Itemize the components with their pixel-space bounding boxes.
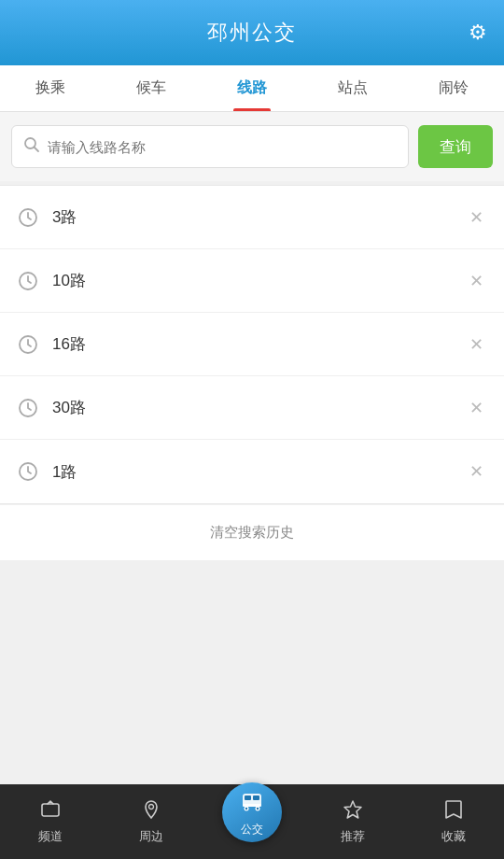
close-icon[interactable]: ✕ xyxy=(466,458,487,486)
nav-label-shoucang: 收藏 xyxy=(441,828,466,845)
history-item-label: 10路 xyxy=(52,270,466,291)
close-icon[interactable]: ✕ xyxy=(466,331,487,359)
gongjiao-circle: 公交 xyxy=(222,782,282,842)
zhoubian-icon xyxy=(142,799,161,824)
nav-item-zhoubian[interactable]: 周边 xyxy=(101,784,202,859)
clock-icon xyxy=(17,460,39,483)
clock-icon xyxy=(17,397,39,419)
nav-item-pindao[interactable]: 频道 xyxy=(0,784,101,859)
bus-icon xyxy=(239,788,265,820)
pindao-icon xyxy=(40,799,61,824)
tab-xianlu[interactable]: 线路 xyxy=(202,65,302,111)
search-box xyxy=(11,125,409,168)
svg-rect-12 xyxy=(253,796,259,800)
nav-label-tuijian: 推荐 xyxy=(341,828,365,845)
svg-rect-13 xyxy=(243,804,261,807)
nav-label-zhoubian: 周边 xyxy=(139,828,163,845)
list-item[interactable]: 10路 ✕ xyxy=(0,249,504,313)
tab-bar: 换乘 候车 线路 站点 闹铃 xyxy=(0,65,504,112)
app-header: 邳州公交 ⚙ xyxy=(0,0,504,65)
tab-naoling[interactable]: 闹铃 xyxy=(403,65,504,111)
nav-label-pindao: 频道 xyxy=(38,828,63,845)
history-item-label: 16路 xyxy=(52,333,466,355)
svg-point-16 xyxy=(245,807,247,809)
tab-zhandian[interactable]: 站点 xyxy=(302,65,403,111)
clock-icon xyxy=(17,270,39,292)
app-title: 邳州公交 xyxy=(207,19,297,47)
svg-point-8 xyxy=(149,804,154,809)
list-item[interactable]: 3路 ✕ xyxy=(0,186,504,249)
svg-point-17 xyxy=(257,807,259,809)
list-item[interactable]: 1路 ✕ xyxy=(0,440,504,503)
nav-item-shoucang[interactable]: 收藏 xyxy=(403,784,504,859)
close-icon[interactable]: ✕ xyxy=(466,204,487,232)
nav-item-tuijian[interactable]: 推荐 xyxy=(302,784,403,859)
tuijian-icon xyxy=(343,799,363,824)
search-input[interactable] xyxy=(48,139,397,155)
clock-icon xyxy=(17,206,39,229)
nav-label-gongjiao: 公交 xyxy=(241,822,263,838)
list-item[interactable]: 16路 ✕ xyxy=(0,313,504,376)
search-button[interactable]: 查询 xyxy=(418,125,493,168)
svg-rect-11 xyxy=(245,796,251,800)
list-item[interactable]: 30路 ✕ xyxy=(0,376,504,440)
history-item-label: 1路 xyxy=(52,461,466,483)
nav-item-gongjiao[interactable]: 公交 xyxy=(202,784,302,859)
clear-history-button[interactable]: 清空搜索历史 xyxy=(0,504,504,560)
search-icon xyxy=(23,136,40,158)
clock-icon xyxy=(17,333,39,356)
tab-huancheng[interactable]: 换乘 xyxy=(0,65,101,111)
svg-marker-18 xyxy=(344,801,361,818)
gear-icon[interactable]: ⚙ xyxy=(469,21,487,45)
search-area: 查询 xyxy=(0,112,504,181)
shoucang-icon xyxy=(444,799,463,824)
bottom-nav: 频道 周边 xyxy=(0,784,504,859)
close-icon[interactable]: ✕ xyxy=(466,267,487,295)
svg-line-1 xyxy=(35,147,39,151)
close-icon[interactable]: ✕ xyxy=(466,394,487,422)
tab-houche[interactable]: 候车 xyxy=(101,65,202,111)
history-item-label: 3路 xyxy=(52,206,466,228)
svg-rect-7 xyxy=(42,804,59,816)
history-list: 3路 ✕ 10路 ✕ 16路 ✕ 30路 ✕ 1路 ✕ xyxy=(0,185,504,504)
history-item-label: 30路 xyxy=(52,397,466,418)
